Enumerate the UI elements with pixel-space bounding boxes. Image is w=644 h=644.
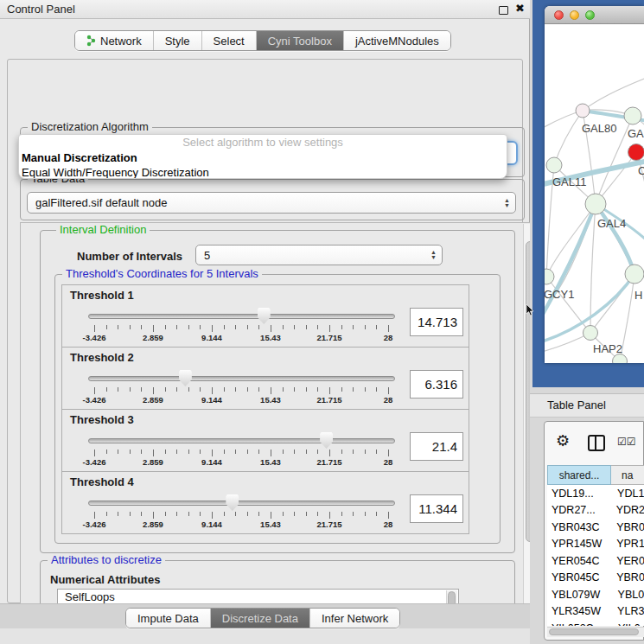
network-edge[interactable] xyxy=(554,111,583,165)
interval-definition-label: Interval Definition xyxy=(56,224,150,236)
slider-tick xyxy=(130,387,131,392)
network-edge-thick[interactable] xyxy=(545,204,596,320)
tab-cyni-toolbox[interactable]: Cyni Toolbox xyxy=(256,31,343,50)
horizontal-scrollbar[interactable] xyxy=(547,627,644,637)
slider-tick xyxy=(200,450,201,454)
slider-tick xyxy=(329,387,330,394)
slider-track[interactable] xyxy=(88,501,395,506)
slider-tick xyxy=(365,387,366,392)
control-panel: Control Panel ✖ NetworkStyleSelectCyni T… xyxy=(0,0,530,644)
horizontal-scrollbar-thumb[interactable] xyxy=(549,628,639,635)
network-node[interactable] xyxy=(545,269,554,284)
threshold-value-input[interactable] xyxy=(410,494,463,523)
name-cell: YLR3 xyxy=(612,605,644,617)
table-row[interactable]: YBR043CYBR0 xyxy=(547,519,644,536)
network-node[interactable] xyxy=(624,107,641,124)
close-traffic-light-icon[interactable] xyxy=(554,10,564,20)
slider-tick-label: -3.426 xyxy=(83,520,106,529)
slider-tick xyxy=(247,325,248,329)
network-node[interactable] xyxy=(585,194,606,214)
network-node[interactable] xyxy=(625,265,644,284)
slider-tick xyxy=(141,387,142,392)
close-icon[interactable]: ✖ xyxy=(515,2,525,15)
column-header-shared-name[interactable]: shared... xyxy=(547,465,611,485)
slider-handle[interactable] xyxy=(179,370,192,386)
tab-discretize-data[interactable]: Discretize Data xyxy=(210,609,309,628)
threshold-panel: Threshold 2-3.4262.8599.14415.4321.71528 xyxy=(61,347,469,410)
tab-network[interactable]: Network xyxy=(75,31,153,50)
slider-tick xyxy=(388,512,389,519)
slider-tick xyxy=(235,387,236,392)
network-edge[interactable] xyxy=(583,78,644,111)
threshold-value-input[interactable] xyxy=(410,370,463,399)
table-row[interactable]: YLR345WYLR3 xyxy=(547,603,644,621)
algorithm-option[interactable]: Equal Width/Frequency Discretization xyxy=(19,165,507,179)
slider-tick xyxy=(329,450,330,456)
network-node-label: GA xyxy=(628,127,644,140)
slider-tick xyxy=(294,450,295,454)
slider-tick xyxy=(306,512,307,516)
network-view-frame: GAL80GACGAL11GAL4GCY1HHAP2 xyxy=(532,0,644,387)
network-node[interactable] xyxy=(546,157,562,173)
network-node[interactable] xyxy=(583,326,598,341)
table-row[interactable]: YER054CYER0 xyxy=(547,552,644,570)
slider-handle[interactable] xyxy=(258,308,271,324)
slider-tick xyxy=(247,387,248,392)
slider-tick xyxy=(271,512,271,519)
slider-tick-label: 9.144 xyxy=(201,395,222,405)
table-row[interactable]: YDR27...YDR2 xyxy=(547,502,644,520)
slider-tick xyxy=(294,325,295,329)
network-edge[interactable] xyxy=(546,277,590,333)
network-graph[interactable]: GAL80GACGAL11GAL4GCY1HHAP2 xyxy=(545,24,644,363)
tab-impute-data[interactable]: Impute Data xyxy=(126,609,210,628)
network-window-titlebar[interactable] xyxy=(545,6,644,24)
slider-tick xyxy=(165,387,166,392)
slider-tick xyxy=(306,450,307,454)
tab-infer-network[interactable]: Infer Network xyxy=(309,609,399,628)
slider-tick xyxy=(341,325,342,329)
network-node[interactable] xyxy=(576,104,590,118)
slider-tick-label: 2.859 xyxy=(143,520,163,529)
algorithm-option[interactable]: Manual Discretization xyxy=(19,150,507,165)
attributes-group-label: Attributes to discretize xyxy=(48,554,165,566)
slider-tick xyxy=(376,450,377,454)
spinner-arrows-icon[interactable]: ▲▼ xyxy=(430,245,437,265)
minimize-traffic-light-icon[interactable] xyxy=(570,10,579,20)
network-canvas[interactable]: GAL80GACGAL11GAL4GCY1HHAP2 xyxy=(545,24,644,363)
threshold-value-input[interactable] xyxy=(410,432,463,461)
table-row[interactable]: YPR145WYPR1 xyxy=(547,536,644,553)
slider-tick xyxy=(376,512,377,516)
network-node[interactable] xyxy=(628,144,644,161)
slider-track[interactable] xyxy=(88,314,395,319)
threshold-label: Threshold 1 xyxy=(70,289,134,302)
table-body[interactable]: YDL19...YDL1YDR27...YDR2YBR043CYBR0YPR14… xyxy=(547,485,644,626)
slider-tick xyxy=(130,325,131,329)
slider-handle[interactable] xyxy=(320,432,333,449)
slider-tick xyxy=(388,325,389,332)
number-of-intervals-spinner[interactable]: 5 ▲▼ xyxy=(195,245,443,265)
tab-jactivemnodules[interactable]: jActiveMNodules xyxy=(343,31,450,50)
slider-track[interactable] xyxy=(88,376,395,381)
float-window-icon[interactable] xyxy=(499,6,508,15)
select-columns-icon[interactable]: ☑☑ xyxy=(617,436,636,448)
tab-select[interactable]: Select xyxy=(201,31,256,50)
table-row[interactable]: YIL052CYIL0 xyxy=(547,620,644,626)
number-of-intervals-label: Number of Intervals xyxy=(77,250,182,263)
column-header-name[interactable]: na xyxy=(611,465,644,485)
slider-tick xyxy=(212,450,213,456)
gear-icon[interactable]: ⚙ xyxy=(556,431,570,450)
spinner-arrows-icon[interactable]: ▲▼ xyxy=(504,193,510,213)
slider-track[interactable] xyxy=(88,438,395,443)
network-edge-thick[interactable] xyxy=(596,204,634,274)
split-columns-icon[interactable] xyxy=(588,435,605,451)
table-row[interactable]: YBL079WYBL0 xyxy=(547,586,644,603)
network-node[interactable] xyxy=(613,354,628,364)
slider-handle[interactable] xyxy=(226,494,239,511)
slider-tick xyxy=(200,512,201,516)
table-row[interactable]: YBR045CYBR0 xyxy=(547,570,644,587)
table-data-combobox[interactable]: galFiltered.sif default node ▲▼ xyxy=(27,192,516,214)
zoom-traffic-light-icon[interactable] xyxy=(585,10,595,20)
threshold-value-input[interactable] xyxy=(410,308,463,336)
tab-style[interactable]: Style xyxy=(153,31,201,50)
table-row[interactable]: YDL19...YDL1 xyxy=(547,485,644,502)
